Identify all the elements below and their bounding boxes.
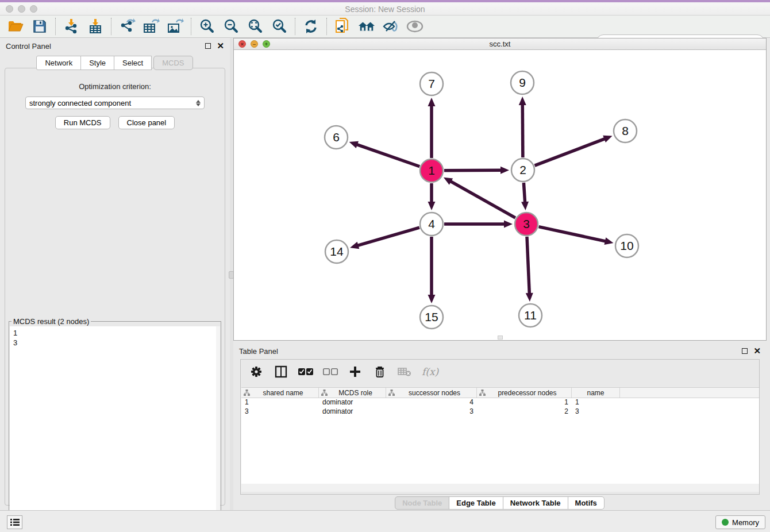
- select-all-columns-icon[interactable]: [298, 364, 313, 379]
- save-session-icon[interactable]: [31, 18, 48, 35]
- table-tab-network-table[interactable]: Network Table: [503, 496, 568, 510]
- apply-style-icon[interactable]: [382, 18, 399, 35]
- table-cell[interactable]: 3: [386, 407, 477, 417]
- zoom-in-icon[interactable]: [198, 18, 215, 35]
- node-table[interactable]: shared nameMCDS rolesuccessor nodesprede…: [241, 387, 759, 484]
- network-maximize-button[interactable]: +: [263, 40, 270, 48]
- graph-node-14[interactable]: 14: [325, 240, 348, 263]
- column-header-shared-name[interactable]: shared name: [241, 388, 319, 398]
- table-tab-edge-table[interactable]: Edge Table: [449, 496, 503, 510]
- control-tab-select[interactable]: Select: [114, 56, 152, 70]
- table-cell[interactable]: 2: [477, 407, 572, 417]
- edge-1-2[interactable]: [444, 167, 509, 174]
- edge-2-3[interactable]: [521, 183, 529, 210]
- table-cell[interactable]: 1: [241, 398, 319, 407]
- zoom-selected-icon[interactable]: [271, 18, 288, 35]
- table-row[interactable]: 1dominator411: [241, 398, 759, 407]
- memory-button[interactable]: Memory: [715, 515, 765, 529]
- control-tab-network[interactable]: Network: [36, 56, 81, 70]
- network-resize-handle[interactable]: [498, 336, 503, 340]
- session-home-icon[interactable]: [358, 18, 375, 35]
- edge-3-1[interactable]: [444, 178, 515, 218]
- mcds-result-list[interactable]: 13: [10, 326, 220, 532]
- close-panel-button[interactable]: Close panel: [118, 116, 175, 129]
- edge-1-7[interactable]: [428, 98, 436, 158]
- graph-node-3[interactable]: 3: [515, 213, 538, 236]
- table-cell[interactable]: 3: [572, 407, 620, 417]
- network-window-titlebar[interactable]: × – + scc.txt: [234, 38, 766, 50]
- memory-label: Memory: [732, 518, 759, 527]
- graph-node-11[interactable]: 11: [519, 304, 542, 327]
- table-cell[interactable]: 3: [241, 407, 319, 417]
- table-panel-close-icon[interactable]: ✕: [753, 348, 761, 354]
- table-panel-float-icon[interactable]: [742, 348, 748, 354]
- refresh-icon[interactable]: [302, 18, 319, 35]
- clone-network-icon[interactable]: [334, 18, 351, 35]
- table-cell[interactable]: dominator: [319, 407, 386, 417]
- edge-3-11[interactable]: [526, 237, 533, 302]
- graph-node-4[interactable]: 4: [420, 213, 443, 236]
- column-header-MCDS-role[interactable]: MCDS role: [319, 388, 386, 398]
- column-header-name[interactable]: name: [572, 388, 620, 398]
- status-bar: Memory: [0, 510, 770, 532]
- export-table-icon[interactable]: [143, 18, 160, 35]
- svg-text:4: 4: [428, 217, 435, 230]
- open-session-icon[interactable]: [7, 18, 24, 35]
- zoom-out-icon[interactable]: [222, 18, 240, 35]
- export-image-icon[interactable]: [167, 18, 184, 35]
- edge-4-15[interactable]: [428, 237, 436, 303]
- table-tabs: Node TableEdge TableNetwork TableMotifs: [233, 496, 767, 510]
- graph-node-15[interactable]: 15: [420, 306, 443, 329]
- network-minimize-button[interactable]: –: [251, 40, 258, 48]
- create-column-plus-icon[interactable]: [348, 364, 363, 379]
- show-column-panel-icon[interactable]: [274, 364, 288, 379]
- edge-2-9[interactable]: [519, 97, 526, 157]
- table-settings-gear-icon[interactable]: [249, 364, 264, 379]
- svg-text:14: 14: [330, 245, 344, 258]
- edge-1-4[interactable]: [428, 183, 436, 210]
- edge-2-8[interactable]: [535, 136, 613, 165]
- graph-node-8[interactable]: 8: [614, 119, 637, 142]
- graph-node-10[interactable]: 10: [615, 234, 638, 257]
- column-header-predecessor-nodes[interactable]: predecessor nodes: [477, 388, 572, 398]
- network-close-button[interactable]: ×: [238, 40, 246, 48]
- table-cell[interactable]: 1: [572, 398, 620, 407]
- table-tab-motifs[interactable]: Motifs: [568, 496, 605, 510]
- table-row[interactable]: 3dominator323: [241, 407, 759, 417]
- column-header-successor-nodes[interactable]: successor nodes: [386, 388, 477, 398]
- control-tab-style[interactable]: Style: [80, 56, 114, 70]
- edge-3-10[interactable]: [538, 227, 613, 245]
- network-canvas[interactable]: 7968124314101511: [234, 50, 766, 340]
- mcds-result-scrollbar[interactable]: [216, 326, 220, 532]
- edge-4-3[interactable]: [444, 221, 513, 228]
- import-network-icon[interactable]: [63, 18, 80, 35]
- network-view-window: × – + scc.txt 7968124314101511: [233, 38, 767, 341]
- graph-node-2[interactable]: 2: [511, 159, 534, 182]
- control-panel-title: Control Panel: [6, 42, 205, 51]
- edge-4-14[interactable]: [350, 228, 419, 249]
- edge-1-6[interactable]: [349, 141, 420, 167]
- table-cell[interactable]: 4: [386, 398, 477, 407]
- show-graphics-details-icon[interactable]: [406, 18, 424, 35]
- control-panel-float-icon[interactable]: [205, 43, 211, 49]
- table-tab-node-table[interactable]: Node Table: [395, 496, 449, 510]
- run-mcds-button[interactable]: Run MCDS: [55, 116, 110, 129]
- control-panel-close-icon[interactable]: ✕: [217, 43, 224, 49]
- column-type-icon: [479, 390, 486, 396]
- import-table-icon[interactable]: [87, 18, 104, 35]
- mcds-result-line: 1: [13, 328, 217, 338]
- graph-node-9[interactable]: 9: [511, 71, 534, 94]
- delete-column-trash-icon[interactable]: [372, 364, 387, 379]
- task-history-button[interactable]: [7, 515, 22, 529]
- table-cell[interactable]: 1: [477, 398, 572, 407]
- graph-node-7[interactable]: 7: [420, 72, 443, 95]
- table-horizontal-scrollbar[interactable]: [241, 484, 759, 492]
- unselect-all-columns-icon[interactable]: [323, 364, 338, 379]
- graph-node-6[interactable]: 6: [325, 126, 348, 149]
- zoom-fit-icon[interactable]: [247, 18, 264, 35]
- graph-node-1[interactable]: 1: [420, 159, 443, 182]
- optimization-criterion-select[interactable]: strongly connected component: [25, 97, 205, 109]
- export-network-icon[interactable]: [118, 18, 136, 35]
- control-tab-mcds[interactable]: MCDS: [153, 56, 192, 70]
- table-cell[interactable]: dominator: [319, 398, 386, 407]
